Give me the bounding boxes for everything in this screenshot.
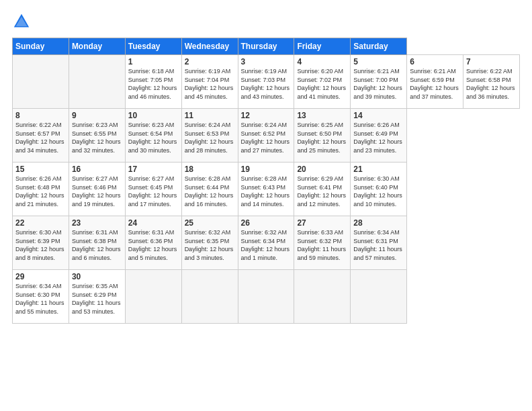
cell-info: Sunrise: 6:34 AMSunset: 6:30 PMDaylight:… <box>15 282 66 316</box>
day-of-week-header: Monday <box>69 38 125 55</box>
calendar-cell <box>181 270 238 324</box>
calendar-cell: 20Sunrise: 6:29 AMSunset: 6:41 PMDayligh… <box>294 163 351 216</box>
cell-info: Sunrise: 6:18 AMSunset: 7:05 PMDaylight:… <box>128 67 179 101</box>
day-number: 12 <box>241 111 292 120</box>
day-number: 6 <box>410 57 460 66</box>
cell-info: Sunrise: 6:30 AMSunset: 6:39 PMDaylight:… <box>15 228 66 262</box>
calendar-cell: 3Sunrise: 6:19 AMSunset: 7:03 PMDaylight… <box>238 55 294 109</box>
day-number: 27 <box>297 218 347 228</box>
cell-info: Sunrise: 6:31 AMSunset: 6:38 PMDaylight:… <box>72 228 122 262</box>
cell-info: Sunrise: 6:27 AMSunset: 6:46 PMDaylight:… <box>72 175 122 208</box>
day-of-week-header: Friday <box>294 38 351 55</box>
day-number: 13 <box>297 111 347 120</box>
calendar-cell: 5Sunrise: 6:21 AMSunset: 7:00 PMDaylight… <box>351 55 407 109</box>
logo <box>12 12 34 31</box>
calendar-cell: 21Sunrise: 6:30 AMSunset: 6:40 PMDayligh… <box>351 163 407 216</box>
cell-info: Sunrise: 6:33 AMSunset: 6:32 PMDaylight:… <box>297 228 347 262</box>
day-of-week-header: Tuesday <box>125 38 181 55</box>
day-number: 14 <box>353 111 404 120</box>
calendar-cell <box>13 55 69 109</box>
calendar-cell: 13Sunrise: 6:25 AMSunset: 6:50 PMDayligh… <box>294 109 351 163</box>
cell-info: Sunrise: 6:26 AMSunset: 6:48 PMDaylight:… <box>15 175 66 208</box>
cell-info: Sunrise: 6:24 AMSunset: 6:52 PMDaylight:… <box>241 121 292 154</box>
day-of-week-header: Wednesday <box>181 38 238 55</box>
day-number: 17 <box>128 165 179 174</box>
calendar-cell: 19Sunrise: 6:28 AMSunset: 6:43 PMDayligh… <box>238 163 294 216</box>
calendar-cell: 18Sunrise: 6:28 AMSunset: 6:44 PMDayligh… <box>181 163 238 216</box>
cell-info: Sunrise: 6:25 AMSunset: 6:50 PMDaylight:… <box>297 121 347 154</box>
calendar-cell: 12Sunrise: 6:24 AMSunset: 6:52 PMDayligh… <box>238 109 294 163</box>
cell-info: Sunrise: 6:27 AMSunset: 6:45 PMDaylight:… <box>128 175 179 208</box>
calendar-cell: 17Sunrise: 6:27 AMSunset: 6:45 PMDayligh… <box>125 163 181 216</box>
day-of-week-header: Thursday <box>238 38 294 55</box>
cell-info: Sunrise: 6:26 AMSunset: 6:49 PMDaylight:… <box>353 121 404 154</box>
day-number: 30 <box>72 272 122 281</box>
calendar-week-row: 8Sunrise: 6:22 AMSunset: 6:57 PMDaylight… <box>13 109 520 163</box>
calendar-cell: 27Sunrise: 6:33 AMSunset: 6:32 PMDayligh… <box>294 216 351 270</box>
cell-info: Sunrise: 6:20 AMSunset: 7:02 PMDaylight:… <box>297 67 347 101</box>
day-number: 3 <box>241 57 292 66</box>
calendar-cell: 14Sunrise: 6:26 AMSunset: 6:49 PMDayligh… <box>351 109 407 163</box>
day-number: 1 <box>128 57 179 66</box>
calendar-cell: 30Sunrise: 6:35 AMSunset: 6:29 PMDayligh… <box>69 270 125 324</box>
day-of-week-header: Saturday <box>351 38 407 55</box>
cell-info: Sunrise: 6:34 AMSunset: 6:31 PMDaylight:… <box>353 228 404 262</box>
day-number: 16 <box>72 165 122 174</box>
day-number: 9 <box>72 111 122 120</box>
cell-info: Sunrise: 6:32 AMSunset: 6:34 PMDaylight:… <box>241 228 292 262</box>
day-number: 20 <box>297 165 347 174</box>
calendar-cell: 28Sunrise: 6:34 AMSunset: 6:31 PMDayligh… <box>351 216 407 270</box>
day-number: 28 <box>353 218 404 228</box>
cell-info: Sunrise: 6:23 AMSunset: 6:55 PMDaylight:… <box>72 121 122 154</box>
day-number: 22 <box>15 218 66 228</box>
cell-info: Sunrise: 6:19 AMSunset: 7:04 PMDaylight:… <box>185 67 235 101</box>
cell-info: Sunrise: 6:21 AMSunset: 6:59 PMDaylight:… <box>410 67 460 101</box>
calendar-cell: 7Sunrise: 6:22 AMSunset: 6:58 PMDaylight… <box>463 55 520 109</box>
calendar-cell: 11Sunrise: 6:24 AMSunset: 6:53 PMDayligh… <box>181 109 238 163</box>
day-number: 25 <box>185 218 235 228</box>
logo-icon <box>12 12 31 31</box>
cell-info: Sunrise: 6:30 AMSunset: 6:40 PMDaylight:… <box>353 175 404 208</box>
calendar-cell: 1Sunrise: 6:18 AMSunset: 7:05 PMDaylight… <box>125 55 181 109</box>
calendar-week-row: 1Sunrise: 6:18 AMSunset: 7:05 PMDaylight… <box>13 55 520 109</box>
calendar-cell: 4Sunrise: 6:20 AMSunset: 7:02 PMDaylight… <box>294 55 351 109</box>
calendar-cell: 25Sunrise: 6:32 AMSunset: 6:35 PMDayligh… <box>181 216 238 270</box>
page: SundayMondayTuesdayWednesdayThursdayFrid… <box>0 0 532 411</box>
day-number: 24 <box>128 218 179 228</box>
day-number: 4 <box>297 57 347 66</box>
calendar-cell <box>294 270 351 324</box>
calendar-cell <box>238 270 294 324</box>
cell-info: Sunrise: 6:32 AMSunset: 6:35 PMDaylight:… <box>185 228 235 262</box>
header <box>12 12 520 31</box>
calendar-cell: 23Sunrise: 6:31 AMSunset: 6:38 PMDayligh… <box>69 216 125 270</box>
calendar-cell: 10Sunrise: 6:23 AMSunset: 6:54 PMDayligh… <box>125 109 181 163</box>
calendar-cell: 9Sunrise: 6:23 AMSunset: 6:55 PMDaylight… <box>69 109 125 163</box>
cell-info: Sunrise: 6:22 AMSunset: 6:58 PMDaylight:… <box>466 67 517 101</box>
cell-info: Sunrise: 6:28 AMSunset: 6:44 PMDaylight:… <box>185 175 235 208</box>
calendar-cell <box>351 270 407 324</box>
cell-info: Sunrise: 6:29 AMSunset: 6:41 PMDaylight:… <box>297 175 347 208</box>
day-number: 5 <box>353 57 404 66</box>
calendar-cell: 15Sunrise: 6:26 AMSunset: 6:48 PMDayligh… <box>13 163 69 216</box>
calendar-cell: 16Sunrise: 6:27 AMSunset: 6:46 PMDayligh… <box>69 163 125 216</box>
day-number: 21 <box>353 165 404 174</box>
day-number: 7 <box>466 57 517 66</box>
calendar-cell: 8Sunrise: 6:22 AMSunset: 6:57 PMDaylight… <box>13 109 69 163</box>
cell-info: Sunrise: 6:24 AMSunset: 6:53 PMDaylight:… <box>185 121 235 154</box>
cell-info: Sunrise: 6:28 AMSunset: 6:43 PMDaylight:… <box>241 175 292 208</box>
calendar-cell <box>125 270 181 324</box>
calendar-cell: 22Sunrise: 6:30 AMSunset: 6:39 PMDayligh… <box>13 216 69 270</box>
cell-info: Sunrise: 6:35 AMSunset: 6:29 PMDaylight:… <box>72 282 122 316</box>
day-number: 19 <box>241 165 292 174</box>
calendar-cell: 29Sunrise: 6:34 AMSunset: 6:30 PMDayligh… <box>13 270 69 324</box>
day-number: 23 <box>72 218 122 228</box>
calendar: SundayMondayTuesdayWednesdayThursdayFrid… <box>12 38 520 324</box>
calendar-week-row: 22Sunrise: 6:30 AMSunset: 6:39 PMDayligh… <box>13 216 520 270</box>
calendar-cell: 2Sunrise: 6:19 AMSunset: 7:04 PMDaylight… <box>181 55 238 109</box>
day-number: 18 <box>185 165 235 174</box>
day-number: 10 <box>128 111 179 120</box>
cell-info: Sunrise: 6:31 AMSunset: 6:36 PMDaylight:… <box>128 228 179 262</box>
calendar-cell: 6Sunrise: 6:21 AMSunset: 6:59 PMDaylight… <box>407 55 463 109</box>
calendar-week-row: 15Sunrise: 6:26 AMSunset: 6:48 PMDayligh… <box>13 163 520 216</box>
day-number: 11 <box>185 111 235 120</box>
